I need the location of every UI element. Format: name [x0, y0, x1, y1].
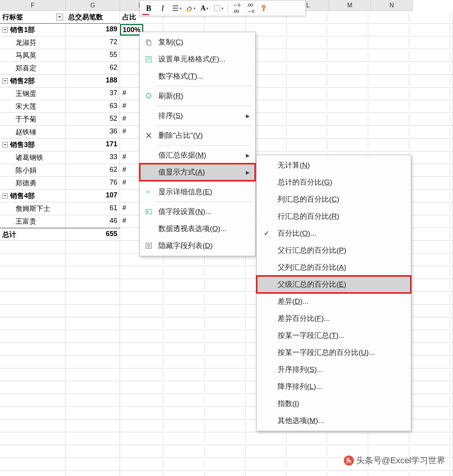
pivot-item[interactable]: 王富贵: [0, 215, 66, 228]
pivot-value[interactable]: 37: [66, 87, 120, 100]
submenu-item[interactable]: 差异百分比(F)...: [257, 310, 411, 327]
grand-total-label[interactable]: 总计: [0, 228, 66, 241]
submenu-item[interactable]: 父行汇总的百分比(P): [257, 242, 411, 259]
column-header-F[interactable]: F: [0, 0, 66, 11]
collapse-icon[interactable]: −: [2, 193, 8, 199]
pivot-value[interactable]: 33: [66, 151, 120, 164]
format-painter-button[interactable]: [259, 2, 270, 14]
submenu-item-label: 差异(D)...: [278, 296, 309, 306]
submenu-item[interactable]: 按某一字段汇总的百分比(U)...: [257, 344, 411, 361]
pivot-value[interactable]: 62: [66, 164, 120, 177]
pivot-value[interactable]: 189: [66, 24, 120, 36]
pivot-value[interactable]: 55: [66, 49, 120, 62]
pivot-group[interactable]: −销售4部: [0, 190, 66, 202]
decrease-decimal-button[interactable]: .00→0: [245, 2, 256, 14]
submenu-item[interactable]: 其他选项(M)...: [257, 412, 411, 429]
copy-icon: [144, 38, 153, 46]
pivot-value[interactable]: 188: [66, 75, 120, 87]
pivot-value[interactable]: 107: [66, 190, 120, 202]
menu-item-label: 隐藏字段列表(D): [158, 241, 213, 251]
pivot-value[interactable]: 63: [66, 100, 120, 113]
pivot-item[interactable]: 于予菊: [0, 113, 66, 126]
submenu-item-label: 父列汇总的百分比(A): [278, 262, 346, 272]
pivot-item[interactable]: 郑德勇: [0, 177, 66, 190]
submenu-item[interactable]: 行汇总的百分比(R): [257, 208, 411, 225]
pivot-item[interactable]: 郑喜定: [0, 62, 66, 75]
pivot-total-header[interactable]: 总交易笔数: [66, 11, 120, 24]
menu-copy[interactable]: 复制(C): [140, 34, 255, 51]
menu-numberFormat[interactable]: 数字格式(T)...: [140, 68, 255, 85]
column-header-M[interactable]: M: [329, 0, 371, 11]
collapse-icon[interactable]: −: [2, 78, 8, 84]
pivot-group[interactable]: −销售2部: [0, 75, 66, 87]
increase-decimal-button[interactable]: ←0.00: [231, 2, 242, 14]
pivot-value[interactable]: 36: [66, 126, 120, 139]
collapse-icon[interactable]: −: [2, 27, 8, 33]
pivot-group[interactable]: −销售1部: [0, 24, 66, 36]
submenu-item[interactable]: ✓百分比(O)...: [257, 225, 411, 242]
pivot-item[interactable]: 龙淑芬: [0, 36, 66, 49]
fill-color-button[interactable]: ▾: [185, 2, 196, 14]
submenu-item-label: 父行汇总的百分比(P): [278, 245, 346, 255]
menu-formatCells[interactable]: 设置单元格格式(F)...: [140, 51, 255, 68]
pivot-value[interactable]: 46: [66, 215, 120, 228]
menu-sort[interactable]: 排序(S)▶: [140, 107, 255, 124]
pivot-item[interactable]: 马凤英: [0, 49, 66, 62]
grand-total-value[interactable]: 655: [66, 228, 120, 241]
menu-item-label: 值显示方式(A): [158, 167, 205, 177]
pivot-value[interactable]: 76: [66, 177, 120, 190]
menu-item-label: 设置单元格格式(F)...: [158, 54, 225, 64]
submenu-item[interactable]: 父列汇总的百分比(A): [257, 259, 411, 276]
borders-button[interactable]: ▾: [213, 2, 224, 14]
pivot-group[interactable]: −销售3部: [0, 139, 66, 151]
svg-point-6: [147, 211, 148, 212]
submenu-item[interactable]: 无计算(N): [257, 157, 411, 174]
submenu-item[interactable]: 指数(I): [257, 395, 411, 412]
details-icon: [144, 188, 153, 196]
pivot-item[interactable]: 宋大莲: [0, 100, 66, 113]
pivot-item[interactable]: 詹姆斯下士: [0, 202, 66, 215]
pivot-value[interactable]: 52: [66, 113, 120, 126]
font-color-button[interactable]: A ▾: [199, 2, 210, 14]
column-header-N[interactable]: N: [371, 0, 413, 11]
menu-item-label: 显示详细信息(E): [158, 187, 212, 197]
bold-button[interactable]: B: [143, 2, 154, 14]
pivot-item[interactable]: 赵铁锤: [0, 126, 66, 139]
pivot-item[interactable]: 王钢蛋: [0, 87, 66, 100]
pivot-value[interactable]: 72: [66, 36, 120, 49]
pivot-row-label-header[interactable]: 行标签: [0, 11, 66, 24]
column-header-G[interactable]: G: [66, 0, 120, 11]
menu-summarize[interactable]: 值汇总依据(M)▶: [140, 147, 255, 164]
menu-fieldSettings[interactable]: 值字段设置(N)...: [140, 203, 255, 220]
pivot-value[interactable]: 171: [66, 139, 120, 151]
pivot-item[interactable]: 诸葛钢铁: [0, 151, 66, 164]
menu-hideFieldList[interactable]: 隐藏字段列表(D): [140, 237, 255, 254]
menu-showAs[interactable]: 值显示方式(A)▶: [140, 164, 255, 181]
menu-remove[interactable]: 删除"占比"(V): [140, 127, 255, 144]
submenu-item[interactable]: 升序排列(S)...: [257, 361, 411, 378]
submenu-item[interactable]: 总计的百分比(G): [257, 174, 411, 191]
pivot-item[interactable]: 陈小娟: [0, 164, 66, 177]
submenu-item[interactable]: 降序排列(L)...: [257, 378, 411, 395]
submenu-item[interactable]: 差异(D)...: [257, 293, 411, 310]
x-icon: [144, 131, 153, 140]
menu-pivotOptions[interactable]: 数据透视表选项(O)...: [140, 220, 255, 237]
field-icon: [144, 207, 153, 216]
align-button[interactable]: ▾: [171, 2, 182, 14]
submenu-item[interactable]: 父级汇总的百分比(E): [257, 276, 411, 293]
menu-refresh[interactable]: 刷新(R): [140, 87, 255, 104]
list-icon: [144, 241, 153, 250]
filter-dropdown-button[interactable]: [56, 14, 63, 21]
align-icon: [172, 5, 179, 12]
menu-details[interactable]: 显示详细信息(E): [140, 183, 255, 200]
svg-rect-1: [214, 5, 220, 11]
italic-button[interactable]: I: [157, 2, 168, 14]
submenu-item[interactable]: 列汇总的百分比(C): [257, 191, 411, 208]
menu-item-label: 复制(C): [158, 37, 183, 47]
toolbar-separator: [227, 3, 228, 13]
pivot-value[interactable]: 62: [66, 62, 120, 75]
submenu-item[interactable]: 按某一字段汇总(T)...: [257, 327, 411, 344]
refresh-icon: [144, 92, 153, 100]
pivot-value[interactable]: 61: [66, 202, 120, 215]
collapse-icon[interactable]: −: [2, 142, 8, 147]
